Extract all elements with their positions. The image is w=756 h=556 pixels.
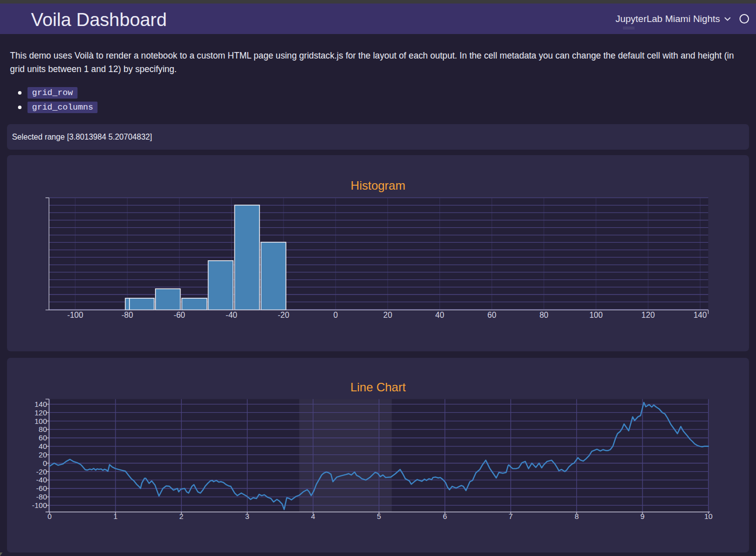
svg-text:40: 40 [38,442,47,450]
svg-text:6: 6 [443,512,447,520]
svg-text:-40: -40 [36,475,47,484]
svg-text:0: 0 [334,311,338,319]
svg-text:140: 140 [694,311,707,319]
svg-text:80: 80 [38,425,47,433]
svg-text:100: 100 [590,311,603,319]
svg-text:-20: -20 [36,467,47,476]
svg-text:120: 120 [642,311,655,319]
svg-text:-80: -80 [122,311,133,319]
svg-text:5: 5 [377,512,381,520]
svg-text:0: 0 [48,512,52,520]
svg-text:8: 8 [574,512,578,520]
svg-text:0: 0 [43,459,47,467]
svg-text:-100: -100 [67,311,83,319]
svg-text:-20: -20 [278,311,289,319]
svg-text:140: 140 [34,400,47,408]
svg-text:10: 10 [704,512,712,520]
svg-text:1: 1 [114,512,118,520]
svg-text:20: 20 [384,311,392,319]
svg-text:-80: -80 [36,492,47,501]
svg-text:40: 40 [436,311,444,319]
svg-text:80: 80 [540,311,548,319]
svg-text:-60: -60 [36,484,47,492]
svg-text:20: 20 [38,450,47,459]
svg-text:7: 7 [508,512,512,520]
svg-text:60: 60 [38,433,47,442]
svg-text:-100: -100 [32,501,47,509]
svg-text:3: 3 [245,512,249,520]
svg-text:2: 2 [180,512,184,520]
svg-text:60: 60 [488,311,496,319]
svg-text:100: 100 [34,417,47,425]
svg-text:-60: -60 [174,311,185,319]
svg-text:9: 9 [640,512,644,520]
svg-text:4: 4 [311,512,315,520]
svg-text:-40: -40 [226,311,237,319]
svg-text:120: 120 [34,408,47,417]
